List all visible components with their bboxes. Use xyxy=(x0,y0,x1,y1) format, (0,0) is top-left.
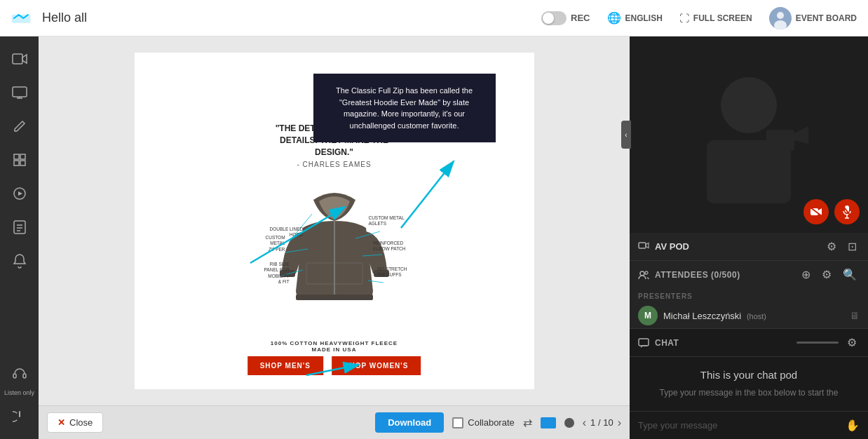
sidebar-item-headset[interactable] xyxy=(6,360,34,388)
camera-off-button[interactable] xyxy=(803,199,829,224)
nav-share-icon[interactable]: ⇄ xyxy=(523,416,532,429)
add-attendee-button[interactable]: ⊕ xyxy=(799,266,813,283)
attendees-header: ATTENDEES (0/500) ⊕ ⚙ 🔍 xyxy=(630,261,868,288)
search-attendees-button[interactable]: 🔍 xyxy=(840,266,860,283)
presenter-name: Michał Leszczyński (host) xyxy=(663,311,844,321)
svg-line-26 xyxy=(401,161,454,228)
language-button[interactable]: 🌐 ENGLISH xyxy=(607,11,663,25)
pagination-controls: ‹ 1 / 10 › xyxy=(583,417,621,429)
svg-rect-11 xyxy=(14,221,25,234)
topbar-right: REC 🌐 ENGLISH ⛶ FULL SCREEN EVENT BOARD xyxy=(541,7,857,29)
chat-header: CHAT ⚙ xyxy=(630,329,868,357)
sidebar-item-power[interactable] xyxy=(6,403,34,431)
av-pod-title: AV POD xyxy=(655,241,818,252)
chat-body: This is your chat pod Type your message … xyxy=(630,357,868,411)
chat-divider xyxy=(796,342,839,344)
language-label: ENGLISH xyxy=(625,13,663,23)
av-expand-button[interactable]: ⊡ xyxy=(845,238,860,255)
chat-placeholder-title: This is your chat pod xyxy=(700,369,797,381)
getresponse-logo-icon xyxy=(11,11,31,25)
svg-point-40 xyxy=(640,271,644,276)
collapse-panel-button[interactable]: ‹ xyxy=(621,121,631,149)
hoodie-label-rib: RIB SIDEPANEL FORMOBILITY& FIT xyxy=(264,262,290,285)
av-pod-area: ‹ xyxy=(630,36,868,233)
slide-popup: The Classic Full Zip has been called the… xyxy=(313,74,496,142)
svg-point-2 xyxy=(777,12,784,19)
bottom-bar: ✕ Close Download Collaborate ⇄ ‹ 1 / 10 … xyxy=(39,405,630,439)
right-panel: ‹ AV POD ⚙ ⊡ ATTENDEES (0/500) ⊕ ⚙ 🔍 PRE… xyxy=(630,36,868,439)
page-indicator: 1 / 10 xyxy=(590,417,613,428)
svg-rect-13 xyxy=(23,374,26,378)
shop-womens-button[interactable]: SHOP WOMEN'S xyxy=(332,356,421,375)
sidebar-item-screen[interactable] xyxy=(6,79,34,107)
attendees-section: ATTENDEES (0/500) ⊕ ⚙ 🔍 PRESENTERS M Mic… xyxy=(630,261,868,329)
av-settings-button[interactable]: ⚙ xyxy=(824,238,839,255)
topbar: Hello all REC 🌐 ENGLISH ⛶ FULL SCREEN EV… xyxy=(0,0,868,36)
presenter-row: M Michał Leszczyński (host) 🖥 xyxy=(638,306,860,325)
close-icon: ✕ xyxy=(57,417,65,428)
presenters-section: PRESENTERS M Michał Leszczyński (host) 🖥 xyxy=(630,288,868,328)
sidebar-item-layout[interactable] xyxy=(6,146,34,174)
rec-toggle-wrap[interactable]: REC xyxy=(541,11,590,25)
chat-settings-button[interactable]: ⚙ xyxy=(844,335,860,351)
fullscreen-label: FULL SCREEN xyxy=(693,13,752,23)
fullscreen-button[interactable]: ⛶ FULL SCREEN xyxy=(679,13,752,24)
slide-buttons: SHOP MEN'S SHOP WOMEN'S xyxy=(247,356,421,375)
slide-thumb-dot xyxy=(564,418,574,428)
person-silhouette xyxy=(686,63,812,206)
svg-point-41 xyxy=(645,271,648,274)
svg-point-29 xyxy=(721,77,777,133)
hoodie-label-aglets: CUSTOM METALAGLETS xyxy=(368,215,404,227)
chat-input[interactable] xyxy=(638,420,846,431)
page-title: Hello all xyxy=(42,11,87,25)
av-pod-header: AV POD ⚙ ⊡ xyxy=(630,233,868,261)
hoodie-label-elbow: REINFORCEDELBOW PATCH xyxy=(373,241,405,252)
main-layout: Listen only The Classic Full Zip has bee… xyxy=(0,36,868,439)
hoodie-illustration: DOUBLE LINEDHOOD CUSTOM METALAGLETS REIN… xyxy=(264,179,405,333)
mic-off-button[interactable] xyxy=(834,199,860,224)
close-button[interactable]: ✕ Close xyxy=(47,412,103,433)
hoodie-label-cuffs: NO STRETCHRIB CUFFS xyxy=(377,266,407,278)
svg-rect-9 xyxy=(20,161,25,166)
listen-only-section: Listen only xyxy=(4,360,34,431)
slide-container: The Classic Full Zip has been called the… xyxy=(39,36,630,405)
shop-mens-button[interactable]: SHOP MEN'S xyxy=(247,356,323,375)
sidebar-item-pencil[interactable] xyxy=(6,112,34,140)
sidebar-item-video[interactable] xyxy=(6,45,34,73)
globe-icon: 🌐 xyxy=(607,11,621,25)
chat-input-wrap: ✋ xyxy=(630,411,868,439)
attendees-settings-button[interactable]: ⚙ xyxy=(819,266,834,283)
rec-toggle[interactable] xyxy=(541,11,567,25)
svg-rect-39 xyxy=(639,243,646,248)
sidebar-item-play[interactable] xyxy=(6,180,34,208)
collaborate-checkbox[interactable] xyxy=(452,417,463,428)
chat-placeholder-sub: Type your message in the box below to st… xyxy=(660,386,839,399)
svg-rect-8 xyxy=(14,161,19,166)
svg-rect-6 xyxy=(14,154,19,159)
chat-section: CHAT ⚙ This is your chat pod Type your m… xyxy=(630,329,868,439)
sidebar-item-checklist[interactable] xyxy=(6,213,34,241)
download-button[interactable]: Download xyxy=(375,412,444,433)
avatar xyxy=(769,7,792,29)
rec-label: REC xyxy=(571,13,590,23)
sidebar-item-bell[interactable] xyxy=(6,247,34,275)
svg-rect-4 xyxy=(13,54,22,64)
fullscreen-icon: ⛶ xyxy=(679,13,689,24)
logo-area: Hello all xyxy=(11,11,87,25)
slide-cotton-label: 100% COTTON HEAVYWEIGHT FLEECE MADE IN U… xyxy=(271,340,398,353)
collaborate-label: Collaborate xyxy=(468,417,515,428)
slide-thumb-blue xyxy=(541,417,556,428)
next-page-button[interactable]: › xyxy=(618,417,621,429)
prev-page-button[interactable]: ‹ xyxy=(583,417,586,429)
listen-only-label: Listen only xyxy=(4,389,34,397)
event-board-button[interactable]: EVENT BOARD xyxy=(769,7,857,29)
svg-rect-42 xyxy=(639,339,649,346)
chat-send-icon[interactable]: ✋ xyxy=(846,419,860,432)
chat-icon xyxy=(638,338,649,348)
av-pod-icon xyxy=(638,242,649,252)
event-board-label: EVENT BOARD xyxy=(796,13,857,23)
av-controls xyxy=(803,199,860,224)
chat-title: CHAT xyxy=(655,338,791,348)
attendees-icon xyxy=(638,270,649,280)
attendees-label: ATTENDEES (0/500) xyxy=(655,270,793,280)
